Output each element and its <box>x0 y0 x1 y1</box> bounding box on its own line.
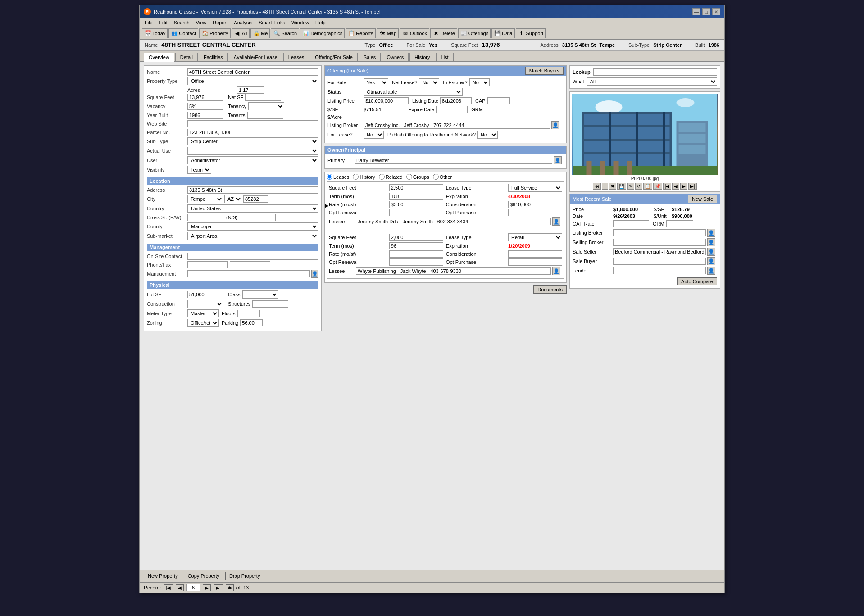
l1-lessee-person-button[interactable]: 👤 <box>552 217 560 226</box>
tab-available[interactable]: Available/For Lease <box>229 53 282 61</box>
listprice-field[interactable] <box>364 97 409 104</box>
grm-field[interactable] <box>485 106 507 113</box>
new-property-button[interactable]: New Property <box>144 572 182 580</box>
sale-listbroker-field[interactable] <box>613 229 706 236</box>
l2-term-field[interactable] <box>389 242 443 249</box>
primary-field[interactable] <box>355 157 552 164</box>
sale-lender-field[interactable] <box>613 267 706 274</box>
record-current[interactable] <box>186 584 200 591</box>
acres-field[interactable] <box>237 86 264 94</box>
nav-next-button[interactable]: ▶ <box>203 584 211 591</box>
toolbar-search[interactable]: 🔍 Search <box>271 28 299 38</box>
tab-facilities[interactable]: Facilities <box>199 53 228 61</box>
tab-leases[interactable]: Leases <box>283 53 309 61</box>
documents-button[interactable]: Documents <box>533 285 567 294</box>
l2-consideration-field[interactable] <box>508 250 562 258</box>
floors-field[interactable] <box>237 310 260 317</box>
lease-radio-related[interactable]: Related <box>379 174 403 180</box>
sale-buyer-field[interactable] <box>613 258 706 265</box>
loc-address-field[interactable] <box>187 186 318 194</box>
nav-new-button[interactable]: ✱ <box>226 584 234 591</box>
country-select[interactable]: United States <box>187 204 318 213</box>
l2-lessee-person-button[interactable]: 👤 <box>552 267 560 275</box>
l2-rate-field[interactable] <box>389 250 443 258</box>
crossst-ew-field[interactable] <box>187 214 223 221</box>
listdate-field[interactable] <box>440 97 472 104</box>
nav-prev-button[interactable]: ◀ <box>176 584 184 591</box>
toolbar-outlook[interactable]: ✉ Outlook <box>400 28 429 38</box>
structures-field[interactable] <box>252 300 288 308</box>
proptype-select[interactable]: Office <box>187 77 318 85</box>
menu-report[interactable]: Report <box>210 19 230 26</box>
tab-owners[interactable]: Owners <box>382 53 409 61</box>
tab-overview[interactable]: Overview <box>144 53 174 62</box>
toolbar-demographics[interactable]: 📊 Demographics <box>300 28 345 38</box>
name-field[interactable] <box>187 68 318 76</box>
auto-compare-button[interactable]: Auto Compare <box>677 277 717 285</box>
forlease-select[interactable]: No <box>364 131 384 139</box>
l2-leasetype-select[interactable]: Retail <box>508 233 562 241</box>
menu-edit[interactable]: Edit <box>156 19 170 26</box>
zoning-select[interactable]: Office/retail <box>187 319 219 327</box>
submarket-select[interactable]: Airport Area <box>187 232 318 240</box>
listbroker-person-button[interactable]: 👤 <box>551 121 559 129</box>
menu-window[interactable]: Window <box>289 19 312 26</box>
city-select[interactable]: Tempe <box>187 195 223 203</box>
toolbar-today[interactable]: 📅 Today <box>142 28 168 38</box>
publish-select[interactable]: No <box>477 131 498 139</box>
lookup-field[interactable] <box>593 68 717 76</box>
sqft-field[interactable] <box>187 94 223 101</box>
toolbar-data[interactable]: 💾 Data <box>491 28 514 38</box>
l1-lessee-field[interactable] <box>356 218 551 225</box>
netlease-select[interactable]: No <box>419 78 439 86</box>
listbroker-field[interactable] <box>364 122 550 129</box>
sale-sellbroker-field[interactable] <box>613 239 706 246</box>
l1-rate-field[interactable] <box>389 201 443 208</box>
tenants-field[interactable] <box>247 112 283 119</box>
menu-file[interactable]: File <box>142 19 155 26</box>
vacancy-field[interactable] <box>187 103 223 110</box>
nav-first-button[interactable]: |◀ <box>164 584 173 591</box>
lease-radio-other[interactable]: Other <box>433 174 452 180</box>
menu-analysis[interactable]: Analysis <box>231 19 255 26</box>
photo-btn-copy[interactable]: 📋 <box>643 183 652 190</box>
sale-seller-field[interactable] <box>613 248 706 255</box>
cap-field[interactable] <box>487 97 510 104</box>
zip-field[interactable] <box>243 195 268 203</box>
mgmt-field[interactable] <box>187 270 310 277</box>
class-select[interactable] <box>242 290 278 299</box>
l1-optpurchase-field[interactable] <box>508 209 562 216</box>
expdate-field[interactable] <box>436 106 468 113</box>
county-select[interactable]: Maricopa <box>187 222 318 231</box>
tenancy-select[interactable] <box>248 102 284 110</box>
parking-field[interactable] <box>240 319 263 326</box>
close-button[interactable]: ✕ <box>712 8 720 15</box>
l1-consideration-field[interactable] <box>508 201 562 208</box>
photo-btn-edit[interactable]: ✎ <box>627 183 634 190</box>
lease-radio-leases[interactable]: Leases <box>327 174 349 180</box>
photo-btn-save[interactable]: 💾 <box>617 183 626 190</box>
photo-btn-delete[interactable]: ✖ <box>609 183 616 190</box>
lease-radio-history[interactable]: History <box>353 174 375 180</box>
photo-btn-first[interactable]: |◀ <box>663 183 672 190</box>
menu-search[interactable]: Search <box>171 19 192 26</box>
menu-help[interactable]: Help <box>313 19 328 26</box>
lotsf-field[interactable] <box>187 291 223 298</box>
l1-sqft-field[interactable] <box>389 184 443 191</box>
nav-last-button[interactable]: ▶| <box>214 584 223 591</box>
parcel-field[interactable] <box>187 129 318 136</box>
tab-sales[interactable]: Sales <box>359 53 381 61</box>
netsf-field[interactable] <box>245 94 281 101</box>
l1-leasetype-select[interactable]: Full Service <box>508 184 562 192</box>
metertype-select[interactable]: Master <box>187 309 219 317</box>
copy-property-button[interactable]: Copy Property <box>184 572 223 580</box>
toolbar-me[interactable]: 🔒 Me <box>250 28 270 38</box>
sale-lender-person-button[interactable]: 👤 <box>707 267 715 275</box>
toolbar-map[interactable]: 🗺 Map <box>377 28 399 38</box>
visibility-select[interactable]: Team <box>187 166 211 174</box>
tab-detail[interactable]: Detail <box>175 53 198 61</box>
subtype-select[interactable]: Strip Center <box>187 137 318 145</box>
toolbar-property[interactable]: 🏠 Property <box>199 28 231 38</box>
drop-property-button[interactable]: Drop Property <box>225 572 264 580</box>
sale-listbroker-person-button[interactable]: 👤 <box>707 229 715 237</box>
